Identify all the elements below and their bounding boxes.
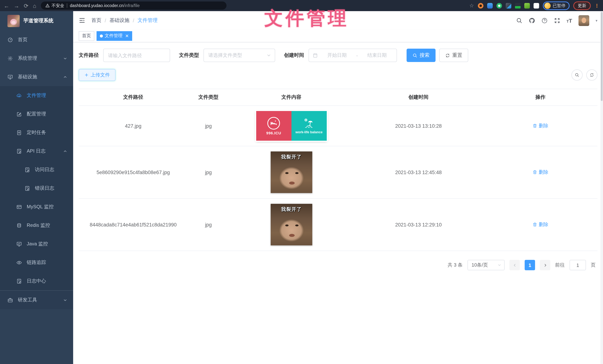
address-bar[interactable]: 不安全 dashboard.yudao.iocoder.cn/infra/fil… <box>41 1 226 10</box>
meme-caption: 我裂开了 <box>270 154 312 160</box>
active-dot <box>100 34 103 37</box>
breadcrumb-current[interactable]: 文件管理 <box>138 17 158 24</box>
home-icon[interactable]: ⌂ <box>33 3 36 8</box>
reset-button[interactable]: 重置 <box>439 49 468 62</box>
cell-created: 2021-03-13 12:45:48 <box>354 146 483 198</box>
next-page-button[interactable] <box>540 260 550 270</box>
search-button[interactable]: 搜索 <box>406 49 436 62</box>
chrome-menu-icon[interactable]: ⋮ <box>594 3 599 8</box>
sidebar-item-java[interactable]: Java 监控 <box>0 235 73 253</box>
table-row: 8448cada8c714e4ab61f521c8da21990 jpg 我裂开… <box>79 198 597 251</box>
hamburger-icon[interactable] <box>79 17 85 24</box>
fullscreen-icon[interactable] <box>554 17 560 23</box>
font-size-icon[interactable]: TT <box>567 17 572 23</box>
security-warning[interactable]: 不安全 <box>45 3 64 8</box>
table-row: 5e8609290e915c4fa8b08e67.jpg jpg 我裂开了 20… <box>79 146 597 198</box>
github-icon[interactable] <box>529 17 535 23</box>
profile-paused-pill[interactable]: 已暂停 <box>543 1 569 10</box>
file-path-input[interactable] <box>103 49 170 62</box>
page-scrollbar[interactable] <box>600 11 603 364</box>
cell-created: 2021-03-13 13:10:28 <box>354 106 483 146</box>
briefcase-icon <box>7 297 13 303</box>
sidebar-item-file-manage[interactable]: 文件管理 <box>0 86 73 105</box>
sidebar-item-label: API 日志 <box>27 148 46 154</box>
chevron-up-icon <box>63 75 67 79</box>
sidebar-item-label: 访问日志 <box>35 166 54 173</box>
document-pen-icon <box>24 185 30 191</box>
caret-down-icon[interactable]: ▾ <box>596 18 597 23</box>
sidebar-item-label: 首页 <box>18 36 27 43</box>
goto-page-input[interactable] <box>569 260 586 270</box>
sidebar-item-redis[interactable]: Redis 监控 <box>0 216 73 235</box>
delete-button[interactable]: 删除 <box>533 123 548 129</box>
sidebar-item-label: 错误日志 <box>35 185 54 192</box>
delete-button[interactable]: 删除 <box>533 169 548 176</box>
extension-icon[interactable] <box>496 3 502 8</box>
prev-page-button[interactable] <box>510 260 520 270</box>
bookmark-star-icon[interactable]: ☆ <box>469 3 474 8</box>
page-size-select[interactable]: 10条/页 <box>467 260 505 270</box>
sidebar-item-cron[interactable]: 定时任务 <box>0 123 73 142</box>
url-host: dashboard.yudao.iocoder.cn <box>70 3 123 8</box>
table-tools <box>571 69 597 80</box>
search-icon <box>575 73 579 77</box>
update-button[interactable]: 更新 <box>573 1 591 10</box>
cell-file-type: jpg <box>188 146 229 198</box>
file-path-group <box>103 49 170 62</box>
extension-icon[interactable] <box>487 3 493 8</box>
end-date-placeholder: 结束日期 <box>361 52 393 59</box>
help-icon[interactable] <box>541 17 547 23</box>
sidebar-item-tracing[interactable]: 链路追踪 <box>0 253 73 272</box>
trash-icon <box>533 124 537 128</box>
refresh-table-button[interactable] <box>586 69 597 80</box>
sidebar-item-devtools[interactable]: 研发工具 <box>0 291 73 309</box>
sidebar-item-log-center[interactable]: 日志中心 <box>0 272 73 290</box>
file-preview-meme[interactable]: 我裂开了 <box>270 151 312 193</box>
breadcrumb-item[interactable]: 首页 <box>91 17 101 24</box>
file-preview-meme[interactable]: 我裂开了 <box>270 204 312 245</box>
trash-icon <box>533 170 537 175</box>
sidebar-item-error-log[interactable]: 错误日志 <box>0 179 73 197</box>
sidebar-item-access-log[interactable]: 访问日志 <box>0 160 73 179</box>
back-icon[interactable]: ← <box>4 3 9 8</box>
sidebar-item-api-log[interactable]: API 日志 <box>0 142 73 160</box>
file-preview-996icu[interactable]: 996.ICU work-life balance <box>256 111 326 141</box>
breadcrumb-separator: / <box>105 18 106 23</box>
forward-icon[interactable]: → <box>14 3 19 8</box>
delete-button[interactable]: 删除 <box>533 221 548 228</box>
sidebar-item-home[interactable]: 首页 <box>0 30 73 49</box>
breadcrumb-item[interactable]: 基础设施 <box>110 17 130 24</box>
extensions-puzzle-icon[interactable] <box>533 3 539 8</box>
chevron-up-icon <box>63 149 67 153</box>
upload-file-button[interactable]: 上传文件 <box>79 69 116 81</box>
upload-button-label: 上传文件 <box>91 72 110 78</box>
sidebar-item-mysql[interactable]: MySQL 监控 <box>0 197 73 216</box>
toggle-search-button[interactable] <box>571 69 583 80</box>
extension-icon[interactable] <box>506 3 511 8</box>
col-file-content: 文件内容 <box>229 89 354 106</box>
current-page[interactable]: 1 <box>525 260 535 270</box>
sidebar-item-infra[interactable]: 基础设施 <box>0 68 73 86</box>
search-button-label: 搜索 <box>419 52 429 59</box>
sidebar-item-label: 链路追踪 <box>27 259 46 266</box>
scrollbar-thumb[interactable] <box>601 12 603 101</box>
user-avatar[interactable] <box>579 15 589 26</box>
date-range-picker[interactable]: 开始日期 - 结束日期 <box>309 49 397 62</box>
search-icon[interactable] <box>516 17 522 23</box>
close-icon[interactable]: ✕ <box>125 33 129 38</box>
sidebar-item-label: Java 监控 <box>27 240 48 247</box>
document-pen-icon <box>16 148 22 154</box>
database-card-icon <box>16 204 22 210</box>
reload-icon[interactable]: ⟳ <box>24 3 28 8</box>
sidebar-logo[interactable]: 芋道管理系统 <box>0 11 73 30</box>
sidebar-item-config[interactable]: 配置管理 <box>0 105 73 123</box>
tab-home[interactable]: 首页 <box>79 31 94 41</box>
file-type-select[interactable]: 请选择文件类型 <box>203 49 275 62</box>
sidebar-item-label: Redis 监控 <box>27 222 50 229</box>
sidebar-item-system[interactable]: 系统管理 <box>0 49 73 68</box>
screen: ← → ⟳ ⌂ 不安全 dashboard.yudao.iocoder.cn/i… <box>0 0 603 364</box>
extension-icon[interactable] <box>524 3 530 8</box>
extension-icon[interactable] <box>515 3 520 8</box>
tab-file-manage[interactable]: 文件管理 ✕ <box>96 31 132 41</box>
extension-icon[interactable] <box>478 3 483 8</box>
